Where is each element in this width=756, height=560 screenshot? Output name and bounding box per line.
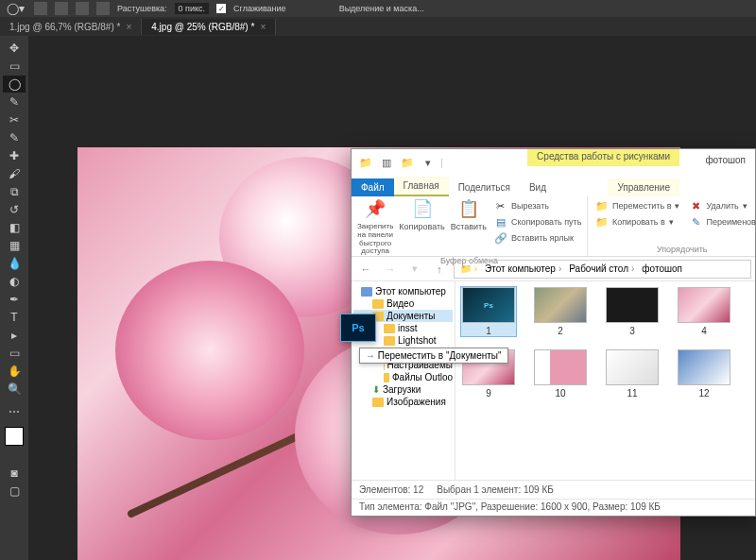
- zoom-tool-icon[interactable]: 🔍: [3, 381, 26, 398]
- healing-tool-icon[interactable]: ✚: [3, 147, 26, 164]
- copy-button[interactable]: 📄 Копировать: [399, 198, 444, 232]
- mode-intersect-icon[interactable]: [96, 2, 110, 15]
- folder-icon[interactable]: 📁: [357, 154, 374, 171]
- tree-item[interactable]: Изображения: [353, 396, 453, 408]
- lasso-tool-icon[interactable]: ◯▾: [4, 0, 26, 17]
- qat-properties-icon[interactable]: ▥: [378, 154, 395, 171]
- shape-tool-icon[interactable]: ▭: [3, 345, 26, 362]
- stamp-tool-icon[interactable]: ⧉: [3, 183, 26, 200]
- tree-item-label: Файлы Outloo: [392, 372, 453, 382]
- file-thumbnail[interactable]: Ps1: [461, 287, 516, 336]
- ribbon-tab-main[interactable]: Главная: [394, 177, 449, 196]
- nav-forward-button[interactable]: →: [380, 259, 401, 280]
- pen-tool-icon[interactable]: ✒: [3, 291, 26, 308]
- ribbon-tab-file[interactable]: Файл: [352, 178, 394, 196]
- file-thumbnail[interactable]: 3: [605, 287, 660, 336]
- ribbon-tab-share[interactable]: Поделиться: [449, 178, 520, 196]
- ribbon-tab-view[interactable]: Вид: [520, 178, 556, 196]
- thumbnail-label: 1: [486, 326, 491, 336]
- mode-subtract-icon[interactable]: [76, 2, 89, 15]
- foreground-color-swatch[interactable]: [5, 427, 24, 446]
- thumbnail-image: [534, 287, 587, 323]
- copypath-icon: ▤: [494, 215, 507, 229]
- ribbon-group-label: Упорядочить: [593, 245, 756, 254]
- file-thumbnail[interactable]: 12: [677, 349, 731, 399]
- feather-value[interactable]: 0 пикс.: [175, 3, 209, 14]
- breadcrumb-item[interactable]: Этот компьютер ›: [481, 263, 565, 274]
- file-thumbnail[interactable]: 11: [605, 349, 660, 399]
- thumbnail-label: 12: [698, 388, 709, 399]
- brush-tool-icon[interactable]: 🖌: [3, 165, 26, 182]
- mode-new-selection-icon[interactable]: [34, 2, 47, 15]
- screen-mode-icon[interactable]: ▢: [3, 483, 26, 500]
- lasso-tool-icon[interactable]: ◯: [3, 76, 26, 93]
- select-and-mask-button[interactable]: Выделение и маска...: [339, 4, 424, 13]
- copy-path-button[interactable]: ▤Скопировать путь: [492, 214, 583, 229]
- crop-tool-icon[interactable]: ✂: [3, 111, 26, 128]
- nav-recent-button[interactable]: ▾: [404, 259, 425, 280]
- antialias-checkbox[interactable]: ✓: [216, 4, 226, 13]
- file-list[interactable]: Ps12349101112: [455, 281, 755, 480]
- path-select-tool-icon[interactable]: ▸: [3, 327, 26, 344]
- dodge-tool-icon[interactable]: ◐: [3, 273, 26, 290]
- tree-item[interactable]: Файлы Outloo: [353, 371, 453, 383]
- paste-button[interactable]: 📋 Вставить: [451, 198, 487, 232]
- tab-doc-1[interactable]: 1.jpg @ 66,7% (RGB/8#) * ×: [0, 19, 142, 35]
- close-icon[interactable]: ×: [126, 22, 131, 32]
- file-thumbnail[interactable]: 2: [533, 287, 588, 336]
- breadcrumb-item[interactable]: Рабочий стол ›: [565, 263, 638, 274]
- explorer-titlebar[interactable]: 📁 ▥ 📁 ▾ | Средства работы с рисунками фо…: [352, 149, 755, 176]
- moveto-icon: 📁: [595, 199, 609, 212]
- tree-item-label: Загрузки: [383, 384, 421, 395]
- tree-item[interactable]: Этот компьютер: [353, 285, 453, 297]
- pc-icon: [361, 287, 372, 297]
- quick-select-tool-icon[interactable]: ✎: [3, 93, 26, 110]
- nav-back-button[interactable]: ←: [355, 259, 376, 280]
- eraser-tool-icon[interactable]: ◧: [3, 219, 26, 236]
- moveto-button[interactable]: 📁Переместить в ▾: [593, 198, 681, 213]
- breadcrumb-item[interactable]: фотошоп: [638, 263, 686, 274]
- breadcrumb-bar[interactable]: 📁 › Этот компьютер › Рабочий стол › фото…: [454, 260, 751, 279]
- qat-newfolder-icon[interactable]: 📁: [399, 154, 416, 171]
- thumbnail-label: 3: [629, 326, 635, 336]
- status-bar: Элементов: 12 Выбран 1 элемент: 109 КБ: [352, 480, 755, 499]
- nav-up-button[interactable]: ↑: [429, 259, 450, 280]
- tree-item[interactable]: ⬇Загрузки: [353, 383, 453, 396]
- tree-item-label: Документы: [387, 311, 436, 321]
- edit-toolbar-icon[interactable]: ⋯: [3, 403, 26, 420]
- folder-icon: [372, 398, 384, 407]
- tree-item-label: Этот компьютер: [375, 286, 446, 297]
- file-thumbnail[interactable]: 10: [533, 349, 588, 399]
- hand-tool-icon[interactable]: ✋: [3, 363, 26, 380]
- rename-button[interactable]: ✎Переименовать: [687, 214, 756, 229]
- paste-shortcut-button[interactable]: 🔗Вставить ярлык: [492, 230, 583, 246]
- move-tool-icon[interactable]: ✥: [3, 40, 26, 57]
- quick-mask-icon[interactable]: ◙: [3, 465, 26, 482]
- tab-label: 4.jpg @ 25% (RGB/8#) *: [151, 22, 254, 32]
- eyedropper-tool-icon[interactable]: ✎: [3, 129, 26, 146]
- folder-tree[interactable]: Этот компьютерВидеоДокументыinsstLightsh…: [352, 281, 455, 480]
- thumbnail-label: 10: [555, 388, 565, 399]
- marquee-tool-icon[interactable]: ▭: [3, 58, 26, 75]
- gradient-tool-icon[interactable]: ▦: [3, 237, 26, 254]
- pin-button[interactable]: 📌 Закрепить на панели быстрого доступа: [357, 198, 393, 256]
- document-tabs: 1.jpg @ 66,7% (RGB/8#) * × 4.jpg @ 25% (…: [0, 17, 756, 36]
- qat-dropdown-icon[interactable]: ▾: [420, 154, 437, 171]
- folder-icon[interactable]: 📁 ›: [456, 263, 481, 274]
- tab-label: 1.jpg @ 66,7% (RGB/8#) *: [9, 22, 120, 32]
- download-icon: ⬇: [372, 384, 380, 395]
- file-thumbnail[interactable]: 4: [677, 287, 731, 336]
- type-tool-icon[interactable]: T: [3, 309, 26, 326]
- ribbon-tab-manage[interactable]: Управление: [608, 178, 679, 196]
- delete-button[interactable]: ✖Удалить ▾: [687, 198, 756, 213]
- blur-tool-icon[interactable]: 💧: [3, 255, 26, 272]
- cut-icon: ✂: [494, 199, 507, 212]
- context-tab: Средства работы с рисунками: [527, 149, 679, 166]
- copyto-button[interactable]: 📁Копировать в ▾: [593, 214, 681, 229]
- cut-button[interactable]: ✂Вырезать: [492, 198, 583, 213]
- tree-item[interactable]: Видео: [353, 297, 453, 310]
- mode-add-icon[interactable]: [55, 2, 68, 15]
- tab-doc-2[interactable]: 4.jpg @ 25% (RGB/8#) * ×: [142, 19, 276, 35]
- history-brush-tool-icon[interactable]: ↺: [3, 201, 26, 218]
- close-icon[interactable]: ×: [260, 22, 266, 32]
